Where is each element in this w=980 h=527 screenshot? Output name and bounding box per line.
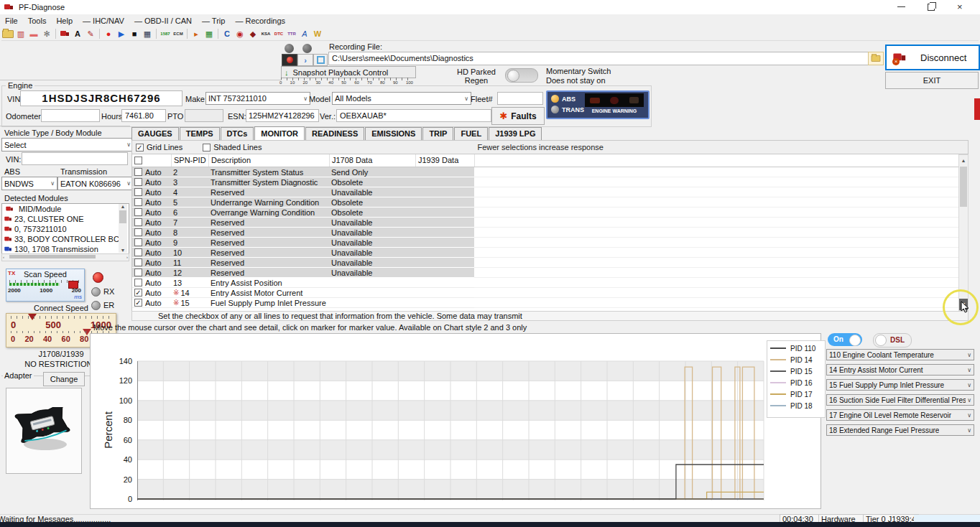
ttr-icon[interactable]: TTR (286, 28, 297, 39)
make-select[interactable]: INT 7573211010∨ (205, 92, 310, 105)
module-list-item[interactable]: 33, BODY CONTROLLER BCM (2, 234, 129, 244)
table-row[interactable]: Auto12ReservedUnavailable (132, 268, 958, 278)
table-row[interactable]: Auto3Transmitter System DiagnosticObsole… (132, 177, 958, 187)
column-header-j1939-data[interactable]: J1939 Data (415, 154, 474, 167)
row-checkbox[interactable] (134, 218, 142, 226)
dsl-toggle[interactable]: DSL (873, 333, 912, 348)
abs-select[interactable]: BNDWS∨ (1, 177, 57, 190)
row-checkbox[interactable] (134, 238, 142, 246)
menu-item-file[interactable]: File (0, 15, 23, 27)
modules-vscrollbar[interactable]: ▲ ▼ (119, 204, 127, 253)
table-row[interactable]: Auto7ReservedUnavailable (132, 218, 958, 228)
cummins-icon[interactable]: C (221, 28, 233, 39)
module-list-item[interactable]: 23, CLUSTER ONE (2, 214, 129, 224)
column-header-description[interactable]: Description (208, 154, 329, 167)
tab-monitor[interactable]: MONITOR (254, 126, 305, 140)
table-row[interactable]: Auto13Entry Assist Position (132, 278, 958, 288)
row-checkbox[interactable] (134, 279, 142, 286)
snapshot-grid-icon[interactable]: ▦ (142, 28, 153, 39)
recording-path-field[interactable]: C:\Users\smeek\Documents\Diagnostics (328, 52, 870, 65)
table-scrollbar[interactable]: ▲ ▼ (958, 154, 969, 311)
allison-icon[interactable]: A (299, 28, 310, 39)
module-list-item[interactable]: 130, 1708 Transmission (2, 244, 129, 254)
scroll-left-icon[interactable]: ‹ (3, 255, 4, 259)
modules-hscrollbar[interactable]: ‹ › (1, 253, 129, 261)
record-icon[interactable]: ● (103, 28, 114, 39)
grid-lines-checkbox[interactable]: ✓ (136, 144, 144, 151)
tab-dtcs[interactable]: DTCs (221, 127, 254, 140)
table-row[interactable]: Auto4ReservedUnavailable (132, 187, 958, 197)
bold-a-icon[interactable]: A (72, 28, 83, 39)
row-checkbox[interactable]: ✓ (134, 299, 142, 307)
chart-panel[interactable]: Percent 020406080100120140 PID 110PID 14… (90, 333, 821, 509)
knob-icon[interactable] (285, 44, 294, 53)
row-checkbox[interactable] (134, 269, 142, 276)
open-folder-icon[interactable] (2, 28, 14, 39)
dtc-icon[interactable]: DTC (273, 28, 285, 39)
row-checkbox[interactable] (134, 228, 142, 236)
stop-icon[interactable]: ■ (129, 28, 140, 39)
sidebar-vin-field[interactable] (22, 152, 128, 165)
j1587-icon[interactable]: 1587 (160, 28, 171, 39)
column-header-j1708-data[interactable]: J1708 Data (329, 154, 415, 167)
header-checkbox[interactable] (134, 157, 142, 164)
menu-item-trip[interactable]: — Trip (197, 15, 230, 27)
table-row[interactable]: Auto5Underrange Warning ConditionObsolet… (132, 197, 958, 207)
tab-j1939-lpg[interactable]: J1939 LPG (489, 127, 542, 140)
menu-item-tools[interactable]: Tools (23, 15, 52, 27)
table-row[interactable]: Auto11ReservedUnavailable (132, 258, 958, 268)
settings-gear-icon[interactable]: ✻ (41, 28, 52, 39)
row-checkbox[interactable] (134, 208, 142, 216)
pid-select-18[interactable]: 18 Extended Range Fuel Pressure∨ (826, 424, 974, 436)
pid-select-14[interactable]: 14 Entry Assist Motor Current∨ (826, 364, 974, 376)
odometer-field[interactable] (41, 109, 100, 122)
chip-icon[interactable]: ▦ (203, 28, 215, 39)
tab-gauges[interactable]: GAUGES (131, 127, 179, 140)
stop-button[interactable] (313, 54, 328, 66)
menu-item-help[interactable]: Help (51, 15, 78, 27)
tab-temps[interactable]: TEMPS (180, 127, 220, 140)
change-adapter-button[interactable]: Change (43, 372, 85, 386)
table-row[interactable]: Auto6Overrange Warning ConditionObsolete (132, 207, 958, 218)
scroll-up-icon[interactable]: ▲ (119, 204, 127, 209)
column-header-spn-pid[interactable]: SPN-PID (171, 154, 208, 167)
row-checkbox[interactable] (134, 258, 142, 266)
pid-select-17[interactable]: 17 Engine Oil Level Remote Reservoir∨ (826, 409, 974, 421)
on-toggle[interactable]: On (828, 333, 862, 346)
tab-readiness[interactable]: READINESS (305, 127, 364, 140)
fleet-field[interactable] (497, 92, 543, 105)
row-checkbox[interactable]: ✓ (134, 289, 142, 297)
transmission-select[interactable]: EATON K086696∨ (57, 177, 134, 190)
shaded-lines-checkbox[interactable] (203, 144, 211, 151)
eraser-icon[interactable]: ▬ (28, 28, 40, 39)
scroll-thumb[interactable] (960, 167, 967, 207)
play-icon[interactable]: ▶ (116, 28, 127, 39)
ksa-icon[interactable]: KSA (260, 28, 272, 39)
table-row[interactable]: Auto10ReservedUnavailable (132, 248, 958, 258)
menu-item-obd-ii-can[interactable]: — OBD-II / CAN (129, 15, 197, 27)
scroll-up-button[interactable]: ▲ (959, 155, 968, 166)
row-checkbox[interactable] (134, 198, 142, 206)
table-row[interactable]: Auto8ReservedUnavailable (132, 228, 958, 238)
row-checkbox[interactable] (134, 248, 142, 256)
knob-icon[interactable] (302, 44, 312, 53)
model-select[interactable]: All Models∨ (332, 92, 471, 105)
pid-select-15[interactable]: 15 Fuel Supply Pump Inlet Pressure∨ (826, 379, 974, 391)
minimize-button[interactable] (897, 6, 905, 7)
detroit-icon[interactable]: ◉ (234, 28, 246, 39)
row-checkbox[interactable] (134, 168, 142, 176)
exit-button[interactable]: EXIT (885, 72, 979, 89)
table-row[interactable]: Auto9ReservedUnavailable (132, 238, 958, 248)
pid-select-110[interactable]: 110 Engine Coolant Temperature∨ (826, 349, 974, 360)
hd-regen-toggle[interactable] (505, 68, 538, 83)
run-folder-icon[interactable]: ▸ (190, 28, 202, 39)
pto-field[interactable] (185, 109, 223, 122)
chart-plot[interactable] (137, 345, 765, 500)
tab-trip[interactable]: TRIP (422, 127, 453, 140)
menu-item-recordings[interactable]: — Recordings (230, 15, 290, 27)
record-button[interactable] (282, 54, 297, 66)
tab-fuel[interactable]: FUEL (454, 127, 488, 140)
detected-modules-list[interactable]: MID/Module23, CLUSTER ONE0, 757321101033… (1, 203, 129, 255)
scroll-thumb[interactable] (9, 255, 96, 258)
browse-folder-button[interactable] (868, 52, 884, 65)
